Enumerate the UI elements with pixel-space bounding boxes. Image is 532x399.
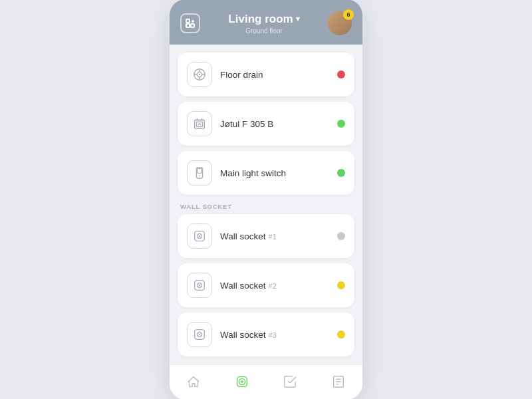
notes-icon bbox=[331, 374, 346, 389]
phone-card: Living room ▾ Ground floor 6 bbox=[170, 0, 362, 399]
jotul-name: Jøtul F 305 B bbox=[220, 119, 329, 129]
devices-icon bbox=[235, 374, 249, 389]
header: Living room ▾ Ground floor 6 bbox=[170, 0, 362, 45]
socket-icon bbox=[192, 278, 207, 293]
socket3-status bbox=[337, 331, 345, 338]
header-center: Living room ▾ Ground floor bbox=[200, 13, 328, 35]
svg-line-40 bbox=[200, 335, 201, 336]
nav-item-tasks[interactable] bbox=[275, 372, 305, 392]
svg-line-25 bbox=[198, 237, 199, 237]
svg-line-33 bbox=[200, 286, 201, 287]
device-item-socket-3[interactable]: Wall socket#3 bbox=[178, 313, 354, 356]
chevron-down-icon: ▾ bbox=[296, 15, 300, 23]
svg-point-36 bbox=[199, 334, 201, 336]
svg-point-29 bbox=[199, 285, 201, 287]
fire-icon bbox=[192, 116, 207, 131]
svg-line-30 bbox=[198, 284, 199, 285]
jotul-icon-wrap bbox=[187, 111, 212, 136]
svg-line-39 bbox=[198, 335, 199, 336]
svg-line-26 bbox=[200, 237, 201, 237]
section-wall-socket: WALL SOCKET bbox=[178, 200, 354, 214]
device-list: Floor drain Jøtul F 305 B bbox=[170, 45, 362, 362]
drain-icon bbox=[192, 67, 207, 82]
socket2-name: Wall socket#2 bbox=[220, 281, 329, 291]
svg-line-24 bbox=[200, 235, 201, 235]
room-name: Living room bbox=[228, 13, 293, 26]
switch-icon bbox=[192, 166, 207, 180]
device-item-main-light-switch[interactable]: Main light switch bbox=[178, 151, 354, 195]
jotul-status bbox=[337, 120, 345, 128]
floor-drain-icon-wrap bbox=[187, 62, 212, 87]
svg-point-19 bbox=[199, 176, 200, 177]
svg-point-7 bbox=[199, 74, 201, 76]
svg-line-32 bbox=[198, 286, 199, 287]
main-light-switch-status bbox=[337, 169, 345, 177]
tasks-icon bbox=[283, 374, 297, 389]
svg-point-43 bbox=[241, 380, 243, 383]
svg-rect-13 bbox=[196, 122, 202, 126]
svg-rect-4 bbox=[191, 24, 194, 27]
svg-line-31 bbox=[200, 284, 201, 285]
socket-icon bbox=[192, 327, 207, 342]
floor-label: Ground floor bbox=[200, 27, 328, 35]
socket1-status bbox=[337, 232, 345, 240]
svg-rect-3 bbox=[186, 24, 190, 27]
svg-line-37 bbox=[198, 333, 199, 334]
add-button[interactable] bbox=[180, 13, 200, 33]
home-icon bbox=[186, 374, 201, 389]
socket2-status bbox=[337, 281, 345, 289]
room-title[interactable]: Living room ▾ bbox=[200, 13, 328, 26]
svg-point-22 bbox=[199, 235, 201, 237]
socket2-icon-wrap bbox=[187, 273, 212, 298]
device-item-socket-1[interactable]: Wall socket#1 bbox=[178, 214, 354, 258]
floor-drain-name: Floor drain bbox=[220, 70, 329, 80]
main-light-switch-name: Main light switch bbox=[220, 168, 329, 178]
nav-item-notes[interactable] bbox=[323, 372, 354, 392]
nav-item-home[interactable] bbox=[178, 372, 209, 392]
svg-line-23 bbox=[198, 235, 199, 235]
device-item-floor-drain[interactable]: Floor drain bbox=[178, 53, 354, 96]
nav-item-devices[interactable] bbox=[227, 372, 257, 392]
device-item-jotul[interactable]: Jøtul F 305 B bbox=[178, 102, 354, 146]
bottom-nav bbox=[170, 364, 362, 399]
svg-rect-0 bbox=[186, 19, 190, 23]
socket1-icon-wrap bbox=[187, 223, 212, 249]
socket3-icon-wrap bbox=[187, 322, 212, 347]
svg-line-38 bbox=[200, 333, 201, 334]
socket3-name: Wall socket#3 bbox=[220, 330, 329, 340]
socket1-name: Wall socket#1 bbox=[220, 231, 329, 241]
socket-icon bbox=[192, 229, 207, 243]
svg-rect-18 bbox=[198, 169, 201, 174]
notification-badge: 6 bbox=[343, 9, 354, 20]
device-item-socket-2[interactable]: Wall socket#2 bbox=[178, 263, 354, 307]
floor-drain-status bbox=[337, 70, 345, 78]
avatar-wrapper[interactable]: 6 bbox=[328, 11, 352, 35]
switch-icon-wrap bbox=[187, 160, 212, 186]
